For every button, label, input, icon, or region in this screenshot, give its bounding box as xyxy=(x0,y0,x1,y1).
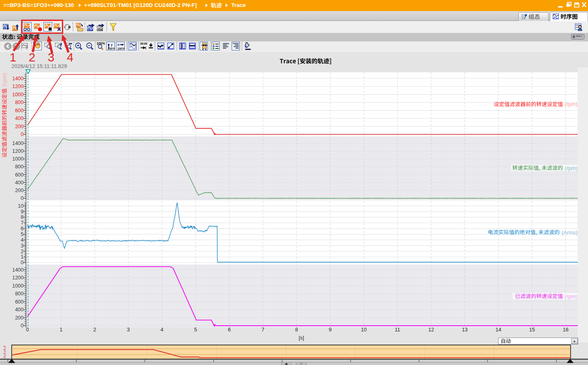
svg-text:0: 0 xyxy=(21,323,24,329)
svg-text:1200: 1200 xyxy=(12,275,24,281)
svg-text:0: 0 xyxy=(21,131,24,137)
svg-text:800: 800 xyxy=(15,291,24,297)
svg-text:4: 4 xyxy=(67,51,73,64)
svg-text:00:00: 00:00 xyxy=(140,42,147,45)
svg-text:0: 0 xyxy=(21,260,24,265)
svg-text:[s]: [s] xyxy=(299,335,304,341)
svg-text:200: 200 xyxy=(15,315,24,321)
svg-text:(rpm): (rpm) xyxy=(565,101,577,107)
svg-text:1400: 1400 xyxy=(12,267,24,273)
svg-text:(rpm): (rpm) xyxy=(565,293,577,299)
svg-text:200: 200 xyxy=(15,124,24,129)
svg-text:16: 16 xyxy=(563,327,569,333)
svg-text:2: 2 xyxy=(29,51,35,64)
svg-text:600: 600 xyxy=(15,108,24,113)
svg-text:7: 7 xyxy=(262,327,264,333)
svg-text:9: 9 xyxy=(329,327,332,333)
svg-text:800: 800 xyxy=(15,100,24,105)
svg-text:1400: 1400 xyxy=(12,76,24,82)
svg-text:x: x xyxy=(117,43,119,47)
svg-text:0: 0 xyxy=(21,195,24,201)
svg-text:12: 12 xyxy=(428,327,434,333)
svg-text:1: 1 xyxy=(60,327,63,333)
svg-text:15: 15 xyxy=(529,327,535,333)
svg-text:t: t xyxy=(145,45,147,50)
svg-text:14: 14 xyxy=(495,327,501,333)
svg-text:1200: 1200 xyxy=(12,148,24,154)
svg-text:11: 11 xyxy=(395,327,400,333)
svg-text:4: 4 xyxy=(21,237,24,243)
svg-text:3: 3 xyxy=(21,243,24,249)
svg-text:1000: 1000 xyxy=(12,156,24,162)
svg-text:2: 2 xyxy=(21,249,24,254)
svg-text:2: 2 xyxy=(93,327,96,333)
svg-text:1000: 1000 xyxy=(12,283,24,289)
svg-text:0: 0 xyxy=(26,327,29,333)
svg-text:200: 200 xyxy=(15,188,24,193)
svg-text:5: 5 xyxy=(194,327,197,333)
svg-text:13: 13 xyxy=(462,327,467,333)
svg-text:7: 7 xyxy=(21,220,24,226)
svg-text:(rpm): (rpm) xyxy=(565,165,577,171)
svg-text:1: 1 xyxy=(9,51,16,64)
svg-text:1: 1 xyxy=(21,254,24,260)
svg-text:3: 3 xyxy=(48,51,54,64)
svg-text:100%: 100% xyxy=(107,46,115,50)
svg-text:8: 8 xyxy=(295,327,298,333)
svg-text:y: y xyxy=(111,43,113,47)
svg-text:800: 800 xyxy=(15,164,24,170)
svg-text:10: 10 xyxy=(18,203,24,209)
svg-text:10: 10 xyxy=(361,327,367,333)
svg-text:6: 6 xyxy=(21,226,24,231)
svg-text:400: 400 xyxy=(15,180,24,186)
svg-text:600: 600 xyxy=(15,299,24,305)
svg-text:1400: 1400 xyxy=(12,141,24,146)
svg-text:3: 3 xyxy=(127,327,130,333)
svg-text:400: 400 xyxy=(15,307,24,313)
svg-text:400: 400 xyxy=(15,116,24,121)
svg-text:(Arms): (Arms) xyxy=(562,229,578,236)
svg-text:600: 600 xyxy=(15,172,24,178)
svg-text:100%: 100% xyxy=(117,46,125,50)
svg-text:4: 4 xyxy=(161,327,164,333)
svg-text:5: 5 xyxy=(21,231,24,237)
svg-text:6: 6 xyxy=(228,327,231,333)
svg-text:1200: 1200 xyxy=(12,84,24,89)
svg-text:8: 8 xyxy=(21,214,24,220)
svg-text:9: 9 xyxy=(21,209,24,215)
svg-text:1000: 1000 xyxy=(12,92,24,97)
